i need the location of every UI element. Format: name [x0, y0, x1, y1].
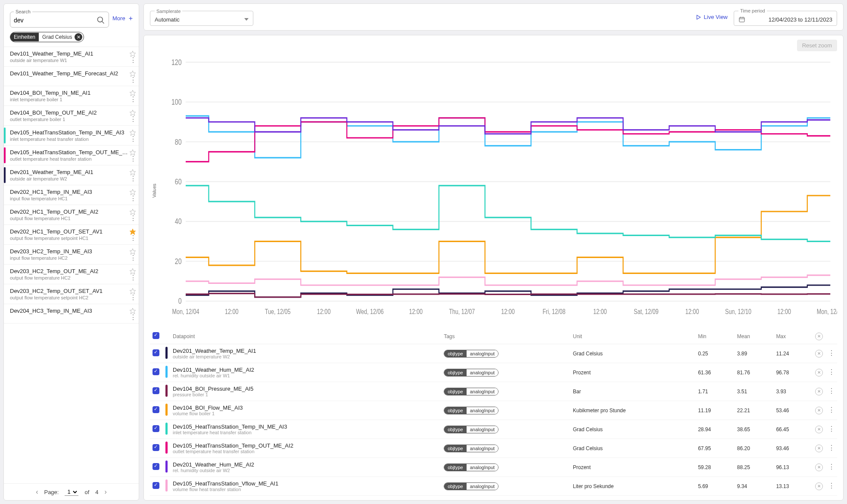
table-row[interactable]: Dev101_Weather_Hum_ME_AI2rel. humidity o… — [150, 363, 837, 382]
row-max: 96.13 — [773, 458, 813, 477]
time-period-picker[interactable]: Time period 12/04/2023 to 12/11/2023 — [734, 8, 837, 26]
tag-pill[interactable]: objtypeanalogInput — [444, 426, 498, 433]
tag-pill[interactable]: objtypeanalogInput — [444, 388, 498, 395]
list-item[interactable]: Dev202_HC1_Temp_OUT_SET_AV1 output flow … — [4, 225, 139, 245]
row-checkbox[interactable] — [153, 482, 159, 489]
table-row[interactable]: Dev105_HeatTransStation_Temp_OUT_ME_AI2o… — [150, 439, 837, 458]
col-min[interactable]: Min — [695, 329, 735, 344]
tag-pill[interactable]: objtypeanalogInput — [444, 445, 498, 452]
filter-chip-remove-icon[interactable]: ✕ — [75, 33, 82, 41]
kebab-icon[interactable]: ⋮ — [828, 406, 835, 414]
remove-row-icon[interactable]: ✕ — [815, 407, 823, 414]
kebab-icon[interactable]: ⋮ — [130, 196, 136, 201]
kebab-icon[interactable]: ⋮ — [130, 117, 136, 121]
remove-row-icon[interactable]: ✕ — [815, 388, 823, 395]
svg-text:12:00: 12:00 — [317, 307, 331, 315]
table-row[interactable]: Dev104_BOI_Flow_ME_AI3volume flow boiler… — [150, 401, 837, 420]
kebab-icon[interactable]: ⋮ — [130, 58, 136, 62]
remove-row-icon[interactable]: ✕ — [815, 445, 823, 452]
reset-zoom-button[interactable]: Reset zoom — [797, 40, 837, 51]
kebab-icon[interactable]: ⋮ — [828, 349, 835, 357]
kebab-icon[interactable]: ⋮ — [130, 315, 136, 320]
list-item[interactable]: Dev204_HC3_Temp_IN_ME_AI3 ⋮ — [4, 304, 139, 324]
svg-text:Mon, 12/04: Mon, 12/04 — [172, 307, 199, 315]
kebab-icon[interactable]: ⋮ — [828, 463, 835, 470]
list-item[interactable]: Dev203_HC2_Temp_OUT_ME_AI2 output flow t… — [4, 264, 139, 284]
filter-chip-value: Grad Celsius — [39, 33, 75, 41]
remove-row-icon[interactable]: ✕ — [815, 369, 823, 376]
kebab-icon[interactable]: ⋮ — [130, 276, 136, 280]
table-row[interactable]: Dev201_Weather_Temp_ME_AI1outside air te… — [150, 344, 837, 363]
search-field[interactable]: Search — [10, 9, 109, 28]
tag-pill[interactable]: objtypeanalogInput — [444, 464, 498, 471]
row-checkbox[interactable] — [153, 406, 159, 413]
list-item[interactable]: Dev104_BOI_Temp_IN_ME_AI1 inlet temperat… — [4, 86, 139, 106]
live-view-button[interactable]: Live View — [695, 14, 728, 20]
tag-pill[interactable]: objtypeanalogInput — [444, 482, 498, 490]
list-item[interactable]: Dev202_HC1_Temp_IN_ME_AI3 input flow tem… — [4, 185, 139, 205]
list-item[interactable]: Dev202_HC1_Temp_OUT_ME_AI2 output flow t… — [4, 205, 139, 225]
kebab-icon[interactable]: ⋮ — [130, 256, 136, 260]
datapoint-list[interactable]: Dev101_Weather_Temp_ME_AI1 outside air t… — [4, 47, 139, 483]
kebab-icon[interactable]: ⋮ — [130, 157, 136, 161]
more-link[interactable]: More — [112, 15, 125, 22]
select-all-checkbox[interactable] — [153, 332, 159, 339]
kebab-icon[interactable]: ⋮ — [828, 425, 835, 432]
kebab-icon[interactable]: ⋮ — [130, 296, 136, 300]
table-row[interactable]: Dev105_HeatTransStation_Vflow_ME_AI1volu… — [150, 477, 837, 496]
add-icon[interactable]: + — [129, 15, 133, 22]
col-unit[interactable]: Unit — [570, 329, 695, 344]
pager-prev-icon[interactable]: ‹ — [36, 488, 38, 496]
table-row[interactable]: Dev105_HeatTransStation_Temp_IN_ME_AI3in… — [150, 420, 837, 439]
table-row[interactable]: Dev201_Weather_Hum_ME_AI2rel. humidity o… — [150, 458, 837, 477]
search-input[interactable] — [14, 17, 97, 24]
table-row[interactable]: Dev104_BOI_Pressure_ME_AI5pressure boile… — [150, 382, 837, 401]
tag-pill[interactable]: objtypeanalogInput — [444, 350, 498, 358]
pager-total: 4 — [95, 489, 98, 495]
row-checkbox[interactable] — [153, 387, 159, 394]
row-checkbox[interactable] — [153, 368, 159, 375]
chart[interactable]: 020406080100120Mon, 12/0412:00Tue, 12/05… — [159, 53, 837, 329]
remove-row-icon[interactable]: ✕ — [815, 482, 823, 490]
kebab-icon[interactable]: ⋮ — [828, 368, 835, 376]
remove-row-icon[interactable]: ✕ — [815, 350, 823, 358]
list-item[interactable]: Dev101_Weather_Temp_ME_AI1 outside air t… — [4, 47, 139, 67]
kebab-icon[interactable]: ⋮ — [828, 387, 835, 395]
col-datapoint[interactable]: Datapoint — [170, 329, 441, 344]
kebab-icon[interactable]: ⋮ — [130, 137, 136, 141]
svg-text:12:00: 12:00 — [593, 307, 607, 315]
list-item[interactable]: Dev104_BOI_Temp_OUT_ME_AI2 outlet temper… — [4, 106, 139, 126]
kebab-icon[interactable]: ⋮ — [828, 482, 835, 489]
kebab-icon[interactable]: ⋮ — [130, 216, 136, 221]
list-item[interactable]: Dev105_HeatTransStation_Temp_IN_ME_AI3 i… — [4, 126, 139, 146]
tag-pill[interactable]: objtypeanalogInput — [444, 407, 498, 414]
kebab-icon[interactable]: ⋮ — [130, 236, 136, 240]
kebab-icon[interactable]: ⋮ — [130, 177, 136, 181]
list-item-desc: output flow temperature setpoint HC1 — [10, 236, 129, 241]
row-checkbox[interactable] — [153, 444, 159, 451]
pager-select[interactable]: 1 — [65, 488, 78, 496]
row-checkbox[interactable] — [153, 463, 159, 470]
list-item[interactable]: Dev105_HeatTransStation_Temp_OUT_ME_AI2 … — [4, 146, 139, 165]
col-max[interactable]: Max — [773, 329, 813, 344]
list-item[interactable]: Dev201_Weather_Temp_ME_AI1 outside air t… — [4, 165, 139, 185]
kebab-icon[interactable]: ⋮ — [828, 444, 835, 451]
col-mean[interactable]: Mean — [735, 329, 774, 344]
col-tags[interactable]: Tags — [441, 329, 570, 344]
kebab-icon[interactable]: ⋮ — [130, 97, 136, 102]
remove-row-icon[interactable]: ✕ — [815, 426, 823, 433]
row-checkbox[interactable] — [153, 349, 159, 356]
list-item[interactable]: Dev203_HC2_Temp_IN_ME_AI3 input flow tem… — [4, 245, 139, 264]
search-icon[interactable] — [97, 16, 105, 25]
remove-row-icon[interactable]: ✕ — [815, 464, 823, 471]
list-item[interactable]: Dev101_Weather_Temp_ME_Forecast_AI2 ⋮ — [4, 67, 139, 86]
filter-chip[interactable]: Einheiten Grad Celsius ✕ — [10, 32, 84, 42]
list-item[interactable]: Dev203_HC2_Temp_OUT_SET_AV1 output flow … — [4, 284, 139, 304]
samplerate-select[interactable]: Samplerate Automatic — [150, 9, 253, 26]
row-checkbox[interactable] — [153, 425, 159, 432]
svg-rect-17 — [739, 17, 744, 22]
pager-next-icon[interactable]: › — [105, 488, 107, 496]
kebab-icon[interactable]: ⋮ — [130, 78, 136, 82]
remove-all-icon[interactable]: ✕ — [815, 333, 823, 340]
tag-pill[interactable]: objtypeanalogInput — [444, 369, 498, 376]
